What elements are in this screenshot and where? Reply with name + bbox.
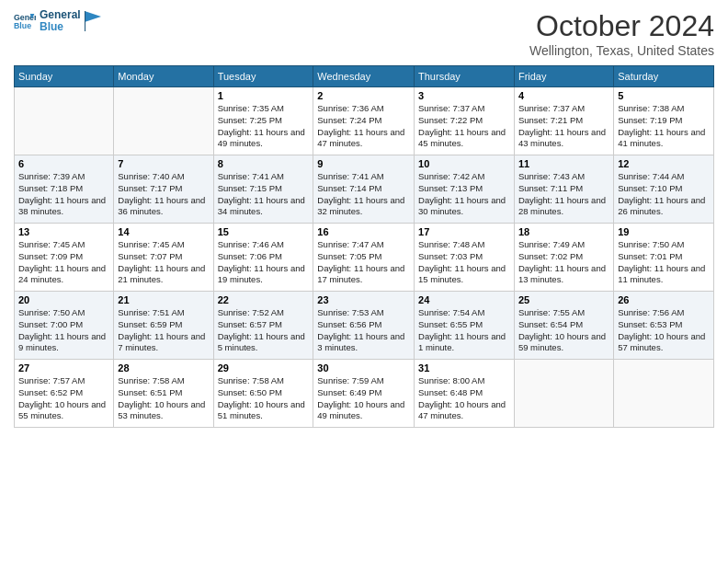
day-number: 7 — [118, 158, 209, 169]
table-row: 1Sunrise: 7:35 AM Sunset: 7:25 PM Daylig… — [213, 87, 313, 155]
header: General Blue General Blue October 2024 W… — [14, 9, 714, 58]
table-row: 24Sunrise: 7:54 AM Sunset: 6:55 PM Dayli… — [415, 292, 515, 360]
day-info: Sunrise: 7:37 AM Sunset: 7:22 PM Dayligh… — [418, 103, 510, 150]
table-row: 31Sunrise: 8:00 AM Sunset: 6:48 PM Dayli… — [415, 360, 515, 428]
day-info: Sunrise: 7:37 AM Sunset: 7:21 PM Dayligh… — [518, 103, 609, 150]
day-number: 13 — [18, 226, 109, 237]
table-row: 19Sunrise: 7:50 AM Sunset: 7:01 PM Dayli… — [614, 224, 714, 292]
day-number: 12 — [618, 158, 710, 169]
day-info: Sunrise: 7:50 AM Sunset: 7:00 PM Dayligh… — [18, 307, 109, 354]
day-number: 27 — [18, 362, 109, 373]
day-number: 6 — [18, 158, 109, 169]
table-row: 16Sunrise: 7:47 AM Sunset: 7:05 PM Dayli… — [313, 224, 415, 292]
day-info: Sunrise: 7:43 AM Sunset: 7:11 PM Dayligh… — [518, 171, 609, 218]
day-info: Sunrise: 7:54 AM Sunset: 6:55 PM Dayligh… — [418, 307, 510, 354]
svg-text:Blue: Blue — [14, 21, 31, 30]
day-number: 21 — [118, 294, 209, 305]
day-number: 10 — [418, 158, 510, 169]
table-row: 10Sunrise: 7:42 AM Sunset: 7:13 PM Dayli… — [415, 155, 515, 224]
day-number: 4 — [518, 90, 609, 101]
col-saturday: Saturday — [614, 66, 714, 87]
table-row: 29Sunrise: 7:58 AM Sunset: 6:50 PM Dayli… — [213, 360, 313, 428]
logo-flag-icon — [85, 11, 101, 31]
day-number: 2 — [317, 90, 410, 101]
day-info: Sunrise: 7:59 AM Sunset: 6:49 PM Dayligh… — [317, 375, 410, 422]
day-number: 29 — [218, 362, 310, 373]
svg-marker-3 — [85, 11, 101, 22]
day-info: Sunrise: 7:38 AM Sunset: 7:19 PM Dayligh… — [618, 103, 710, 150]
day-info: Sunrise: 7:53 AM Sunset: 6:56 PM Dayligh… — [317, 307, 410, 354]
table-row: 7Sunrise: 7:40 AM Sunset: 7:17 PM Daylig… — [114, 155, 213, 224]
table-row: 2Sunrise: 7:36 AM Sunset: 7:24 PM Daylig… — [313, 87, 415, 155]
day-number: 19 — [618, 226, 710, 237]
title-block: October 2024 Wellington, Texas, United S… — [529, 9, 714, 58]
day-number: 31 — [418, 362, 510, 373]
day-info: Sunrise: 7:45 AM Sunset: 7:07 PM Dayligh… — [118, 239, 209, 286]
col-monday: Monday — [114, 66, 213, 87]
day-info: Sunrise: 7:41 AM Sunset: 7:15 PM Dayligh… — [218, 171, 310, 218]
table-row: 6Sunrise: 7:39 AM Sunset: 7:18 PM Daylig… — [15, 155, 114, 224]
day-number: 20 — [18, 294, 109, 305]
col-friday: Friday — [514, 66, 613, 87]
day-info: Sunrise: 7:55 AM Sunset: 6:54 PM Dayligh… — [518, 307, 609, 354]
col-tuesday: Tuesday — [213, 66, 313, 87]
table-row — [114, 87, 213, 155]
day-number: 22 — [218, 294, 310, 305]
day-info: Sunrise: 7:48 AM Sunset: 7:03 PM Dayligh… — [418, 239, 510, 286]
day-info: Sunrise: 7:58 AM Sunset: 6:51 PM Dayligh… — [118, 375, 209, 422]
table-row: 28Sunrise: 7:58 AM Sunset: 6:51 PM Dayli… — [114, 360, 213, 428]
day-number: 17 — [418, 226, 510, 237]
day-number: 25 — [518, 294, 609, 305]
table-row: 9Sunrise: 7:41 AM Sunset: 7:14 PM Daylig… — [313, 155, 415, 224]
day-info: Sunrise: 7:42 AM Sunset: 7:13 PM Dayligh… — [418, 171, 510, 218]
day-number: 23 — [317, 294, 410, 305]
day-number: 28 — [118, 362, 209, 373]
day-info: Sunrise: 7:40 AM Sunset: 7:17 PM Dayligh… — [118, 171, 209, 218]
day-number: 26 — [618, 294, 710, 305]
calendar-table: Sunday Monday Tuesday Wednesday Thursday… — [14, 65, 714, 428]
day-info: Sunrise: 7:58 AM Sunset: 6:50 PM Dayligh… — [218, 375, 310, 422]
col-wednesday: Wednesday — [313, 66, 415, 87]
day-number: 9 — [317, 158, 410, 169]
table-row: 15Sunrise: 7:46 AM Sunset: 7:06 PM Dayli… — [213, 224, 313, 292]
table-row: 3Sunrise: 7:37 AM Sunset: 7:22 PM Daylig… — [415, 87, 515, 155]
table-row: 11Sunrise: 7:43 AM Sunset: 7:11 PM Dayli… — [514, 155, 613, 224]
day-info: Sunrise: 7:56 AM Sunset: 6:53 PM Dayligh… — [618, 307, 710, 354]
day-info: Sunrise: 7:51 AM Sunset: 6:59 PM Dayligh… — [118, 307, 209, 354]
day-number: 14 — [118, 226, 209, 237]
day-number: 18 — [518, 226, 609, 237]
table-row: 26Sunrise: 7:56 AM Sunset: 6:53 PM Dayli… — [614, 292, 714, 360]
table-row: 25Sunrise: 7:55 AM Sunset: 6:54 PM Dayli… — [514, 292, 613, 360]
table-row: 8Sunrise: 7:41 AM Sunset: 7:15 PM Daylig… — [213, 155, 313, 224]
table-row: 20Sunrise: 7:50 AM Sunset: 7:00 PM Dayli… — [15, 292, 114, 360]
logo-blue: Blue — [40, 21, 81, 33]
day-info: Sunrise: 7:45 AM Sunset: 7:09 PM Dayligh… — [18, 239, 109, 286]
day-number: 8 — [218, 158, 310, 169]
day-info: Sunrise: 7:35 AM Sunset: 7:25 PM Dayligh… — [218, 103, 310, 150]
col-sunday: Sunday — [15, 66, 114, 87]
day-info: Sunrise: 7:47 AM Sunset: 7:05 PM Dayligh… — [317, 239, 410, 286]
day-number: 5 — [618, 90, 710, 101]
day-info: Sunrise: 7:36 AM Sunset: 7:24 PM Dayligh… — [317, 103, 410, 150]
day-info: Sunrise: 7:39 AM Sunset: 7:18 PM Dayligh… — [18, 171, 109, 218]
table-row — [15, 87, 114, 155]
day-number: 15 — [218, 226, 310, 237]
table-row — [514, 360, 613, 428]
table-row: 27Sunrise: 7:57 AM Sunset: 6:52 PM Dayli… — [15, 360, 114, 428]
day-number: 1 — [218, 90, 310, 101]
table-row: 21Sunrise: 7:51 AM Sunset: 6:59 PM Dayli… — [114, 292, 213, 360]
table-row: 12Sunrise: 7:44 AM Sunset: 7:10 PM Dayli… — [614, 155, 714, 224]
day-info: Sunrise: 7:44 AM Sunset: 7:10 PM Dayligh… — [618, 171, 710, 218]
location: Wellington, Texas, United States — [529, 43, 714, 58]
table-row: 23Sunrise: 7:53 AM Sunset: 6:56 PM Dayli… — [313, 292, 415, 360]
table-row: 13Sunrise: 7:45 AM Sunset: 7:09 PM Dayli… — [15, 224, 114, 292]
logo-icon: General Blue — [14, 10, 36, 32]
month-title: October 2024 — [529, 9, 714, 43]
table-row: 14Sunrise: 7:45 AM Sunset: 7:07 PM Dayli… — [114, 224, 213, 292]
day-number: 11 — [518, 158, 609, 169]
table-row: 18Sunrise: 7:49 AM Sunset: 7:02 PM Dayli… — [514, 224, 613, 292]
table-row: 22Sunrise: 7:52 AM Sunset: 6:57 PM Dayli… — [213, 292, 313, 360]
day-number: 24 — [418, 294, 510, 305]
table-row: 5Sunrise: 7:38 AM Sunset: 7:19 PM Daylig… — [614, 87, 714, 155]
table-row: 17Sunrise: 7:48 AM Sunset: 7:03 PM Dayli… — [415, 224, 515, 292]
